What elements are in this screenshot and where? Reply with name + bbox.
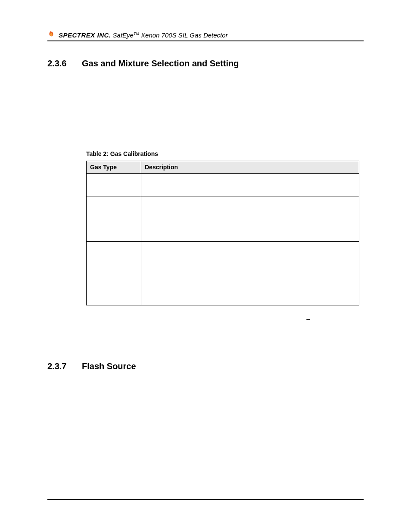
product-suffix: Xenon 700S SIL Gas Detector — [139, 31, 228, 39]
table-caption: Table 2: Gas Calibrations — [86, 150, 359, 157]
cell-description — [141, 242, 359, 260]
table-row — [87, 174, 359, 196]
footer-rule — [47, 499, 364, 500]
section-heading-237: 2.3.7 Flash Source — [47, 361, 364, 371]
cell-description — [141, 196, 359, 242]
table-row — [87, 242, 359, 260]
table-header-description: Description — [141, 161, 359, 174]
table-header-gas-type: Gas Type — [87, 161, 141, 174]
table-header-row: Gas Type Description — [87, 161, 359, 174]
product-name: SafEyeTM Xenon 700S SIL Gas Detector — [113, 31, 228, 39]
document-page: SPECTREX INC. SafEyeTM Xenon 700S SIL Ga… — [0, 0, 411, 532]
cell-description — [141, 174, 359, 196]
section-number: 2.3.7 — [47, 361, 82, 371]
cell-gas-type — [87, 196, 141, 242]
note-dash: – — [306, 315, 310, 322]
company-logo — [47, 30, 55, 39]
product-prefix: SafEye — [113, 31, 134, 39]
company-name: SPECTREX INC. — [59, 31, 111, 39]
section-number: 2.3.6 — [47, 59, 82, 68]
table-row — [87, 196, 359, 242]
cell-description — [141, 260, 359, 305]
section-title: Gas and Mixture Selection and Setting — [82, 59, 239, 68]
cell-gas-type — [87, 242, 141, 260]
trademark: TM — [134, 31, 139, 36]
cell-gas-type — [87, 260, 141, 305]
cell-gas-type — [87, 174, 141, 196]
page-header: SPECTREX INC. SafEyeTM Xenon 700S SIL Ga… — [47, 30, 364, 41]
flame-icon — [47, 30, 55, 38]
section-title: Flash Source — [82, 361, 136, 371]
section-heading-236: 2.3.6 Gas and Mixture Selection and Sett… — [47, 59, 364, 68]
gas-calibrations-table: Gas Type Description — [86, 161, 359, 305]
table-body — [87, 174, 359, 305]
table-row — [87, 260, 359, 305]
table-block: Table 2: Gas Calibrations Gas Type Descr… — [86, 150, 359, 305]
